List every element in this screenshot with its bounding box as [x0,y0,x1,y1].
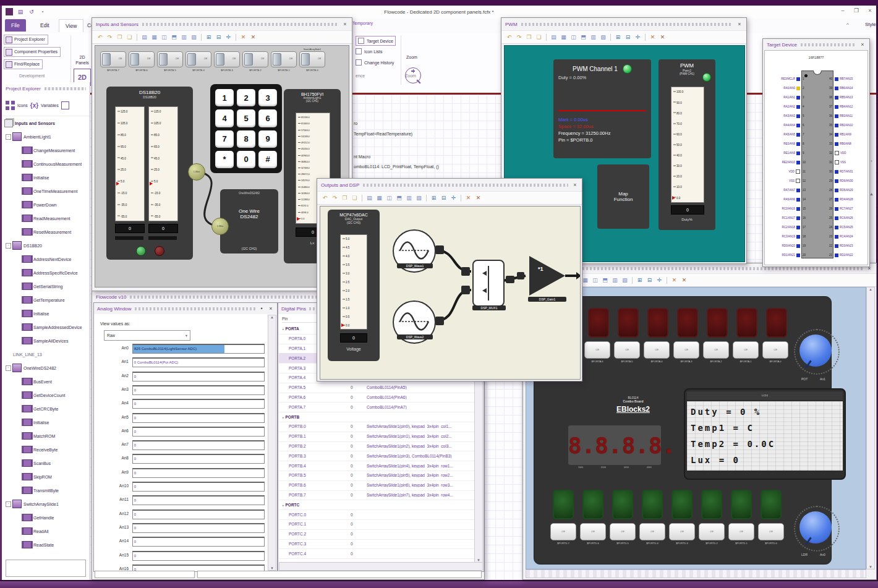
expand-icon[interactable]: - [6,365,11,371]
toolbar-icon[interactable]: ✛ [655,276,663,284]
toolbar-icon[interactable]: ⊞ [614,33,622,41]
toolbar-icon[interactable]: ↶ [96,33,104,41]
project-explorer-caption[interactable]: Project Explorer [2,82,90,95]
keypad-key[interactable]: 5 [237,109,255,127]
pwm-caption[interactable]: PWM × [501,18,746,30]
analog-row-value[interactable]: 825 ComboBL0114(LightSensor ADC) [132,344,265,354]
digital-pin-row[interactable]: ▸PORTB [279,412,475,422]
board-switch[interactable]: Off [673,341,699,359]
tree-item[interactable]: Initialise [2,415,90,429]
board-switch[interactable]: Off [733,341,759,359]
component-properties-button[interactable]: Component Properties [4,47,61,57]
board-switch[interactable]: Off [762,341,788,359]
tree-item[interactable]: MatchROM [2,429,90,443]
tree-item[interactable]: ResetMeasurement [2,225,90,239]
inputs-caption[interactable]: Inputs and Sensors × [92,18,352,30]
expand-icon[interactable]: - [6,501,11,507]
tree-item[interactable]: ReadMeasurement [2,211,90,225]
tree-item[interactable]: -DS18B20 [2,239,90,252]
pwm-meter-component[interactable]: PWM Pwm2 (PWM CH1) 100.090.080.070.060.0… [658,59,715,230]
tree-item[interactable]: ReceiveByte [2,443,90,456]
toolbar-icon[interactable]: ▥ [589,33,597,41]
toolbar-icon[interactable]: ✕ [249,33,257,41]
tab-file[interactable]: File [5,19,26,32]
toolbar-icon[interactable]: ▧ [621,276,629,284]
analog-row-value[interactable]: 0 [132,385,265,395]
tree-item[interactable]: GetTemperature [2,293,90,307]
board-switch[interactable]: Off [584,341,610,359]
tree-item[interactable]: GetDeviceCount [2,388,90,402]
ds18b20-component[interactable]: DS18B20 DS18B20 125.0105.085.065.045.025… [106,87,193,260]
analog-row-value[interactable]: 0 [132,413,265,423]
board-switch[interactable]: Off [758,523,784,540]
keypad-key[interactable]: 6 [258,109,277,127]
find-replace-button[interactable]: Find/Replace [4,59,43,69]
toolbar-icon[interactable]: ▤ [550,33,558,41]
digital-pin-row[interactable]: ▸PORTC [279,500,475,510]
close-icon[interactable]: × [572,182,578,188]
toolbar-icon[interactable]: ⬒ [170,33,178,41]
toolbar-icon[interactable]: ✕ [680,276,688,284]
digital-pin-row[interactable]: PORTB.00SwitchArraySlide1(pin0), keypad_… [279,422,475,432]
toolbar-icon[interactable]: ❐ [116,33,124,41]
board-switch[interactable]: Off [644,341,670,359]
ldr-knob[interactable] [799,511,832,543]
chip-tab-icon[interactable] [61,101,69,109]
digital-pin-row[interactable]: PORTC.30 [279,539,475,550]
board-vscrollbar[interactable]: ▲▼ [866,287,875,569]
toolbar-icon[interactable]: ✛ [224,33,232,41]
toolbar-icon[interactable]: ❏ [126,33,134,41]
keypad-key[interactable]: 3 [258,89,277,106]
map-function-component[interactable]: Map Function [597,164,649,229]
digital-pin-row[interactable]: PORTB.40SwitchArraySlide1(pin4), keypad_… [279,461,475,471]
board-switch[interactable]: Off [703,341,729,359]
expand-icon[interactable]: - [6,134,11,140]
board-switch[interactable]: Off [669,523,695,540]
keypad-key[interactable]: # [258,151,277,168]
target-device-caption[interactable]: Target Device × [763,39,869,50]
toolbar-icon[interactable]: ↷ [331,194,339,202]
toolbar-icon[interactable]: ▥ [180,33,188,41]
digital-pin-row[interactable]: PORTA.60ComboBL0114(PinA6) [279,393,475,403]
checkbox-change-history[interactable]: Change History [356,58,394,67]
toolbar-icon[interactable]: ◫ [385,194,393,202]
board-switch[interactable]: Off [639,523,665,540]
variables-tab-icon[interactable]: {x} [30,102,38,109]
close-icon[interactable]: × [268,305,274,312]
minimize-icon[interactable]: • [258,305,265,312]
toolbar-icon[interactable]: ▦ [560,33,568,41]
toolbar-icon[interactable]: ▦ [375,194,383,202]
analog-row-value[interactable]: 0 [132,537,265,547]
digital-pin-row[interactable]: PORTC.00 [279,509,475,520]
keypad-key[interactable]: 0 [237,151,255,168]
tree-item[interactable]: BusEvent [2,375,90,388]
slide-switch[interactable]: Off [129,51,155,67]
digital-pin-row[interactable]: PORTB.60SwitchArraySlide1(pin6), keypad_… [279,480,475,491]
keypad-key[interactable]: 8 [237,130,255,148]
tree-item[interactable]: GetSerialString [2,279,90,293]
close-button[interactable]: × [865,7,875,14]
toolbar-icon[interactable]: ⊟ [624,33,632,41]
toolbar-icon[interactable]: ↷ [106,33,114,41]
digital-pin-row[interactable]: PORTA.70ComboBL0114(PinA7) [279,402,475,412]
toolbar-icon[interactable]: ⬒ [579,33,587,41]
toolbar-icon[interactable]: ❏ [351,194,359,202]
tree-item[interactable]: PowerDown [2,198,90,211]
tree-item[interactable]: ChangeMeasurement [2,143,90,157]
board-hscrollbar[interactable] [526,569,866,578]
checkbox-target-device[interactable]: Target Device [356,36,396,46]
restore-button[interactable]: ❐ [851,7,861,14]
digital-pin-row[interactable]: PORTB.30SwitchArraySlide1(pin3), ComboBL… [279,451,475,461]
toolbar-icon[interactable]: ▧ [190,33,198,41]
toolbar-icon[interactable]: ◫ [591,276,599,284]
tree-item[interactable]: AddressNextDevice [2,252,90,266]
slide-switch[interactable]: Off [157,51,183,67]
analog-row-value[interactable]: 0 [132,399,265,409]
toolbar-icon[interactable]: ⬒ [601,276,609,284]
digital-pin-row[interactable]: PORTB.20SwitchArraySlide1(pin2), keypad_… [279,441,475,452]
keypad-key[interactable]: 9 [258,130,277,148]
slide-switch[interactable]: Off [214,51,240,67]
tree-item[interactable]: -SwitchArraySlide1 [2,497,90,511]
toolbar-icon[interactable]: ◫ [569,33,578,41]
board-switch[interactable]: Off [580,523,606,540]
